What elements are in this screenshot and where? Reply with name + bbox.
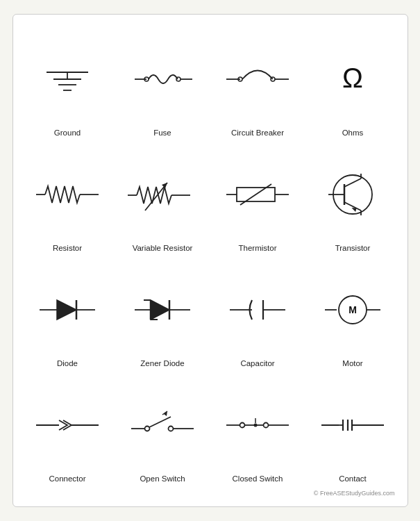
cell-transistor: Transistor <box>305 144 401 259</box>
cell-ground: Ground <box>20 28 115 144</box>
cell-fuse: Fuse <box>115 28 210 144</box>
symbol-open-switch <box>118 380 208 470</box>
svg-line-54 <box>149 417 171 427</box>
symbol-diode <box>23 265 112 355</box>
svg-text:Ω: Ω <box>342 63 363 93</box>
symbol-ohms: Ω <box>308 34 398 124</box>
label-ground: Ground <box>54 129 81 137</box>
label-motor: Motor <box>342 359 362 367</box>
symbol-resistor <box>23 149 112 240</box>
cell-ohms: Ω Ohms <box>305 28 401 144</box>
cell-circuit-breaker: Circuit Breaker <box>210 28 305 144</box>
svg-point-60 <box>240 423 245 428</box>
symbol-thermistor <box>213 149 303 240</box>
cell-connector: Connector <box>20 374 115 490</box>
label-thermistor: Thermistor <box>239 244 277 252</box>
svg-marker-19 <box>162 183 167 188</box>
symbol-capacitor <box>213 265 303 355</box>
label-circuit-breaker: Circuit Breaker <box>231 129 284 137</box>
symbol-motor: M <box>308 265 398 355</box>
symbols-grid: Ground Fuse <box>20 28 401 490</box>
cell-closed-switch: Closed Switch <box>210 374 305 490</box>
label-capacitor: Capacitor <box>240 359 274 367</box>
label-open-switch: Open Switch <box>140 474 185 483</box>
svg-marker-40 <box>151 300 169 320</box>
svg-point-55 <box>169 427 174 431</box>
svg-marker-33 <box>57 300 76 320</box>
symbol-transistor <box>308 149 398 240</box>
main-card: Ground Fuse <box>12 14 408 507</box>
symbol-ground <box>23 34 112 124</box>
cell-diode: Diode <box>20 259 115 374</box>
cell-zener-diode: Zener Diode <box>115 259 210 374</box>
svg-point-62 <box>264 423 269 428</box>
svg-point-7 <box>176 77 180 81</box>
label-ohms: Ohms <box>342 129 364 137</box>
footer-text: © FreeASEStudyGuides.com <box>314 490 395 497</box>
label-resistor: Resistor <box>53 244 82 252</box>
symbol-zener-diode <box>118 265 208 355</box>
svg-point-64 <box>254 424 258 427</box>
cell-thermistor: Thermistor <box>210 144 305 259</box>
symbol-connector <box>23 380 112 470</box>
label-closed-switch: Closed Switch <box>233 474 283 483</box>
footer: © FreeASEStudyGuides.com <box>20 490 401 499</box>
label-fuse: Fuse <box>153 129 171 137</box>
cell-contact: Contact <box>305 374 401 490</box>
label-variable-resistor: Variable Resistor <box>133 244 193 252</box>
label-transistor: Transistor <box>335 244 371 252</box>
cell-open-switch: Open Switch <box>115 374 210 490</box>
svg-text:M: M <box>348 304 357 315</box>
symbol-contact <box>308 380 398 470</box>
label-connector: Connector <box>49 474 85 483</box>
symbol-fuse <box>118 34 208 124</box>
symbol-closed-switch <box>213 380 303 470</box>
cell-resistor: Resistor <box>20 144 115 259</box>
symbol-variable-resistor <box>118 149 208 240</box>
cell-motor: M Motor <box>305 259 401 374</box>
label-contact: Contact <box>339 474 367 483</box>
label-diode: Diode <box>57 359 78 367</box>
label-zener-diode: Zener Diode <box>140 359 184 367</box>
cell-variable-resistor: Variable Resistor <box>115 144 210 259</box>
cell-capacitor: Capacitor <box>210 259 305 374</box>
symbol-circuit-breaker <box>213 34 303 124</box>
svg-point-53 <box>145 427 150 431</box>
